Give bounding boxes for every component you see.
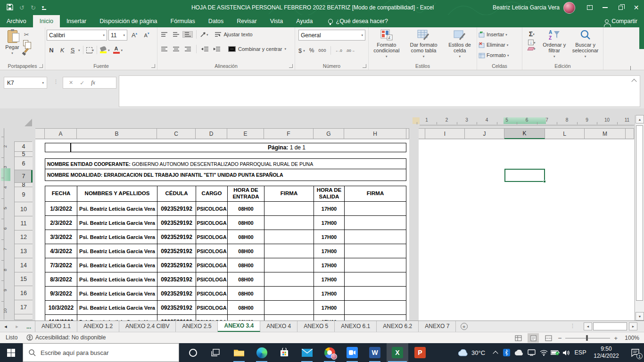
start-button[interactable] xyxy=(0,343,22,362)
row-header-8[interactable]: 8 xyxy=(15,183,33,187)
table-header-5[interactable]: FIRMA xyxy=(264,186,314,202)
sheet-tab-anexo-2-4-cibv[interactable]: ANEXO 2.4 CIBV xyxy=(119,321,176,332)
cell[interactable]: 08H00 xyxy=(228,216,264,230)
cell[interactable]: 08H00 xyxy=(228,272,264,287)
ribbon-tab-ayuda[interactable]: Ayuda xyxy=(289,15,319,27)
row-header-16[interactable]: 16 xyxy=(15,286,33,300)
cell-styles-button[interactable]: Estilos de celda ▾ xyxy=(444,29,475,62)
row-header-13[interactable]: 13 xyxy=(15,244,33,258)
page-number-row[interactable]: Página: 1 de 1 xyxy=(45,143,406,152)
cell[interactable]: 08H00 xyxy=(228,230,264,244)
new-sheet-button[interactable]: + xyxy=(456,321,472,332)
format-cells-button[interactable]: Formato▾ xyxy=(479,50,520,60)
cell[interactable]: 17H00 xyxy=(314,216,345,230)
cell[interactable]: Psi. Beatriz Leticia Garcia Vera xyxy=(77,202,157,216)
column-header-E[interactable]: E xyxy=(227,128,264,139)
find-select-button[interactable]: Buscar y seleccionar ▾ xyxy=(569,29,602,62)
cell[interactable] xyxy=(345,287,406,301)
autosum-button[interactable]: Σ▾ xyxy=(524,30,539,38)
scroll-down-icon[interactable]: ▼ xyxy=(636,312,644,321)
select-all-corner[interactable] xyxy=(25,119,32,126)
column-header-J[interactable]: J xyxy=(465,128,504,139)
cell[interactable]: 0923529192 xyxy=(157,315,196,321)
sheet-tab-anexo-6-2[interactable]: ANEXO 6.2 xyxy=(377,321,419,332)
column-header-G[interactable]: G xyxy=(314,128,344,139)
sheet-tab-anexo-5[interactable]: ANEXO 5 xyxy=(297,321,335,332)
close-button[interactable]: ✕ xyxy=(628,0,644,15)
italic-button[interactable]: K xyxy=(58,47,67,54)
share-button[interactable]: Compartir xyxy=(605,15,637,27)
name-box[interactable]: K7 ▾ xyxy=(4,77,47,89)
chevron-down-icon[interactable]: ▾ xyxy=(108,49,110,52)
cell[interactable] xyxy=(345,202,406,216)
cell[interactable]: 17H00 xyxy=(314,315,345,321)
row-header-15[interactable]: 15 xyxy=(15,272,33,286)
align-bottom-button[interactable] xyxy=(182,31,193,38)
store-button[interactable] xyxy=(273,343,295,362)
cell[interactable] xyxy=(345,315,406,321)
vertical-scrollbar[interactable]: ▲ ▼ xyxy=(635,115,644,321)
weather-widget[interactable]: 30°C xyxy=(453,343,490,362)
cell[interactable]: PSICOLOGA xyxy=(196,244,228,258)
table-header-4[interactable]: HORA DE ENTRADA xyxy=(228,186,264,202)
chrome-button[interactable] xyxy=(319,343,340,362)
font-name-combo[interactable]: Calibri▾ xyxy=(47,30,107,41)
decrease-indent-button[interactable] xyxy=(200,46,210,52)
cell[interactable]: 0923529192 xyxy=(157,287,196,301)
decrease-decimal-button[interactable]: .00→ xyxy=(346,49,355,53)
volume-icon[interactable] xyxy=(560,343,572,362)
table-header-3[interactable]: CARGO xyxy=(196,186,228,202)
hscroll-right-icon[interactable]: ► xyxy=(629,322,637,330)
orientation-button[interactable]: ▾ xyxy=(200,32,208,38)
conditional-formatting-button[interactable]: ≠ Formato condicional ▾ xyxy=(370,29,403,62)
comma-format-button[interactable]: 000 xyxy=(318,48,326,53)
tray-expand-icon[interactable] xyxy=(490,343,501,362)
align-middle-button[interactable] xyxy=(171,32,181,37)
column-header-I[interactable]: I xyxy=(425,128,465,139)
cortana-button[interactable] xyxy=(182,343,204,362)
normal-view-button[interactable] xyxy=(512,333,524,343)
cell[interactable]: 17H00 xyxy=(314,287,345,301)
fill-handle[interactable] xyxy=(543,180,546,183)
cell[interactable] xyxy=(264,216,314,230)
excel-button[interactable]: X xyxy=(387,343,408,362)
more-sheets-button[interactable]: ... xyxy=(23,321,35,332)
ribbon-tab-revisar[interactable]: Revisar xyxy=(230,15,263,27)
cell[interactable]: 17H00 xyxy=(314,230,345,244)
sheet-tab-anexo-4[interactable]: ANEXO 4 xyxy=(260,321,297,332)
cell[interactable] xyxy=(264,202,314,216)
chevron-down-icon[interactable]: ▾ xyxy=(121,49,123,52)
sheet-next-icon[interactable]: ► xyxy=(11,321,23,332)
enter-icon[interactable]: ✓ xyxy=(80,80,84,86)
font-size-combo[interactable]: 11▾ xyxy=(108,30,127,41)
ribbon-tab-vista[interactable]: Vista xyxy=(264,15,290,27)
merge-center-button[interactable]: Combinar y centrar ▾ xyxy=(228,46,286,52)
column-header-H[interactable]: H xyxy=(344,128,406,139)
onedrive-icon[interactable] xyxy=(513,343,525,362)
cell[interactable] xyxy=(345,272,406,287)
name-box-splitter[interactable]: ⋮ xyxy=(53,79,58,85)
zoom-in-button[interactable]: + xyxy=(614,335,618,342)
selected-cell[interactable] xyxy=(504,169,545,182)
page-layout-view-button[interactable] xyxy=(528,333,539,343)
page-break-view-button[interactable] xyxy=(543,333,554,343)
sheet-tab-anexo-1-2[interactable]: ANEXO 1.2 xyxy=(77,321,119,332)
row-header-6[interactable]: 6 xyxy=(15,157,33,170)
cell[interactable]: 4/3/2022 xyxy=(45,244,77,258)
cell[interactable] xyxy=(264,301,314,315)
ribbon-tab-datos[interactable]: Datos xyxy=(202,15,231,27)
cell[interactable]: 08H00 xyxy=(228,202,264,216)
cell[interactable]: 2/3/2022 xyxy=(45,216,77,230)
accessibility-status[interactable]: Accesibilidad: No disponible xyxy=(26,334,106,341)
customize-qat-icon[interactable]: ▾ xyxy=(42,5,46,10)
cell[interactable]: Psi. Beatriz Leticia Garcia Vera xyxy=(77,315,157,321)
insert-function-button[interactable]: fx xyxy=(91,79,95,86)
scrollbar-thumb[interactable] xyxy=(636,125,643,301)
font-color-button[interactable]: A xyxy=(113,46,120,54)
row-header-12[interactable]: 12 xyxy=(15,230,33,244)
cell[interactable]: 3/3/2022 xyxy=(45,230,77,244)
cell[interactable]: 17H00 xyxy=(314,301,345,315)
column-header-L[interactable]: L xyxy=(545,128,585,139)
column-header-K[interactable]: K xyxy=(504,128,545,139)
cell[interactable]: PSICOLOGA xyxy=(196,315,228,321)
